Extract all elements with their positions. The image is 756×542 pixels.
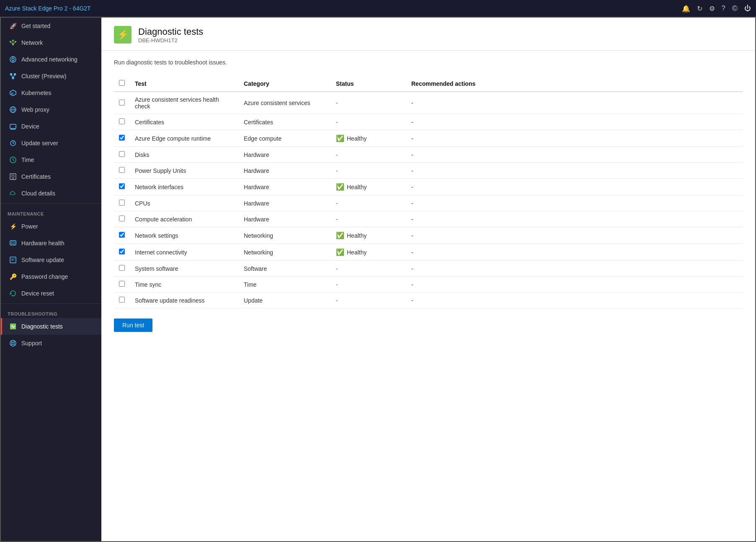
test-status: -	[331, 163, 406, 179]
bell-icon[interactable]: 🔔	[682, 5, 690, 13]
sidebar-item-cluster[interactable]: Cluster (Preview)	[1, 68, 101, 85]
page-subtitle: DBE-HWDH1T2	[138, 37, 203, 44]
sidebar-item-get-started[interactable]: 🚀 Get started	[1, 18, 101, 34]
table-row: Software update readinessUpdate--	[114, 293, 743, 308]
test-name: Network interfaces	[130, 179, 239, 195]
sidebar-item-advanced-networking[interactable]: Advanced networking	[1, 51, 101, 68]
svg-rect-37	[10, 257, 16, 263]
row-checkbox[interactable]	[119, 249, 125, 254]
test-name: Compute acceleration	[130, 211, 239, 227]
test-name: Certificates	[130, 114, 239, 130]
healthy-label: Healthy	[347, 249, 366, 256]
row-checkbox[interactable]	[119, 100, 125, 105]
row-checkbox[interactable]	[119, 151, 125, 157]
row-checkbox[interactable]	[119, 297, 125, 303]
sidebar-item-network[interactable]: Network	[1, 34, 101, 51]
table-row: DisksHardware--	[114, 147, 743, 163]
svg-line-14	[11, 75, 13, 77]
sidebar-item-label: Time	[21, 157, 34, 163]
bolt-icon: ⚡	[9, 222, 17, 231]
test-status: -	[331, 211, 406, 227]
test-category: Time	[239, 277, 331, 293]
cert-icon	[9, 172, 17, 181]
main-content: ⚡ Diagnostic tests DBE-HWDH1T2 Run diagn…	[101, 18, 755, 541]
sidebar-item-software-update[interactable]: Software update	[1, 252, 101, 268]
status-dash: -	[336, 167, 338, 174]
sidebar-item-label: Diagnostic tests	[21, 323, 63, 330]
table-row: Compute accelerationHardware--	[114, 211, 743, 227]
healthy-icon: ✅	[336, 231, 344, 239]
healthy-label: Healthy	[347, 232, 366, 239]
content-description: Run diagnostic tests to troubleshoot iss…	[114, 59, 743, 66]
sidebar-item-device[interactable]: Device	[1, 118, 101, 135]
sidebar-item-certificates[interactable]: Certificates	[1, 168, 101, 185]
select-all-header	[114, 76, 130, 92]
healthy-label: Healthy	[347, 135, 366, 142]
user-icon[interactable]: ©	[732, 4, 738, 13]
svg-line-46	[11, 341, 12, 342]
sidebar-item-web-proxy[interactable]: Web proxy	[1, 101, 101, 118]
sidebar-item-label: Web proxy	[21, 106, 49, 113]
maintenance-section-label: MAINTENANCE	[1, 205, 101, 218]
svg-line-4	[10, 42, 13, 44]
test-category: Hardware	[239, 211, 331, 227]
row-checkbox[interactable]	[119, 281, 125, 287]
row-checkbox[interactable]	[119, 232, 125, 238]
test-name: Disks	[130, 147, 239, 163]
svg-point-8	[12, 58, 14, 61]
status-dash: -	[336, 152, 338, 158]
hardware-icon	[9, 239, 17, 247]
sidebar-item-kubernetes[interactable]: K Kubernetes	[1, 85, 101, 101]
svg-point-42	[12, 342, 14, 344]
sidebar-item-hardware-health[interactable]: Hardware health	[1, 235, 101, 252]
status-dash: -	[336, 119, 338, 126]
device-icon	[9, 122, 17, 131]
row-checkbox[interactable]	[119, 135, 125, 141]
power-icon[interactable]: ⏻	[744, 5, 751, 12]
row-checkbox[interactable]	[119, 216, 125, 221]
key-icon: 🔑	[9, 272, 17, 281]
test-status: -	[331, 147, 406, 163]
svg-point-30	[12, 175, 14, 177]
sidebar-item-power[interactable]: ⚡ Power	[1, 218, 101, 235]
test-category: Certificates	[239, 114, 331, 130]
svg-rect-11	[10, 73, 12, 75]
page-header-icon: ⚡	[114, 26, 132, 44]
diag-icon	[9, 322, 17, 331]
status-dash: -	[336, 100, 338, 106]
test-status: ✅Healthy	[331, 179, 406, 195]
sidebar-item-diagnostic-tests[interactable]: Diagnostic tests	[1, 318, 101, 335]
row-checkbox[interactable]	[119, 167, 125, 173]
test-category: Edge compute	[239, 130, 331, 147]
gear-icon[interactable]: ⚙	[709, 5, 715, 13]
row-checkbox[interactable]	[119, 265, 125, 271]
run-test-button[interactable]: Run test	[114, 319, 152, 332]
page-icon-symbol: ⚡	[117, 29, 129, 40]
svg-point-41	[10, 340, 16, 346]
row-checkbox[interactable]	[119, 118, 125, 124]
row-checkbox[interactable]	[119, 200, 125, 205]
test-category: Hardware	[239, 195, 331, 211]
sidebar-item-device-reset[interactable]: Device reset	[1, 285, 101, 302]
troubleshooting-section-label: TROUBLESHOOTING	[1, 306, 101, 318]
test-name: Power Supply Units	[130, 163, 239, 179]
row-checkbox[interactable]	[119, 183, 125, 189]
help-icon[interactable]: ?	[722, 5, 725, 12]
table-row: Power Supply UnitsHardware--	[114, 163, 743, 179]
diagnostic-table: Test Category Status Recommended actions…	[114, 76, 743, 308]
table-body: Azure consistent services health checkAz…	[114, 92, 743, 308]
sidebar-item-cloud-details[interactable]: Cloud details	[1, 185, 101, 202]
test-name: Time sync	[130, 277, 239, 293]
test-status: -	[331, 293, 406, 308]
sidebar-item-update-server[interactable]: Update server	[1, 135, 101, 152]
healthy-label: Healthy	[347, 184, 366, 190]
test-actions: -	[406, 163, 743, 179]
sidebar-item-time[interactable]: Time	[1, 152, 101, 168]
test-name: CPUs	[130, 195, 239, 211]
sidebar-item-password-change[interactable]: 🔑 Password change	[1, 268, 101, 285]
select-all-checkbox[interactable]	[119, 80, 125, 86]
test-category: Hardware	[239, 147, 331, 163]
refresh-icon[interactable]: ↻	[697, 5, 702, 13]
sidebar-item-support[interactable]: Support	[1, 335, 101, 352]
sidebar-item-label: Device	[21, 123, 39, 130]
